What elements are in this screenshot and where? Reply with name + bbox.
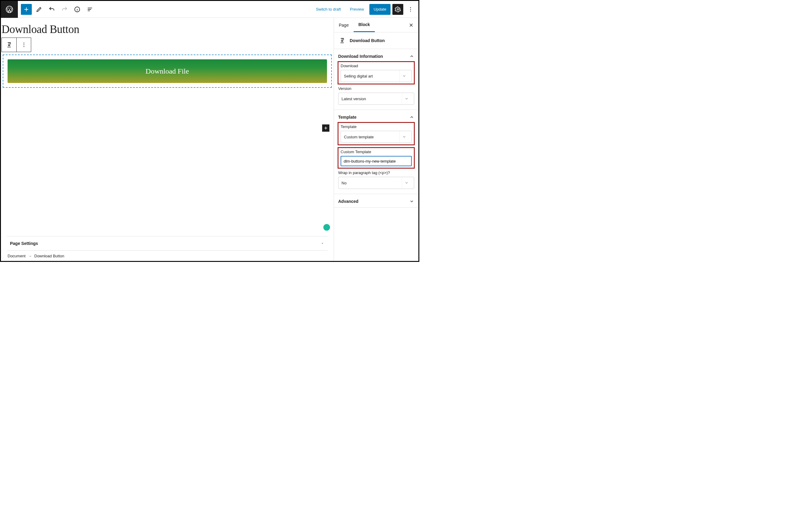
block-toolbar xyxy=(2,38,31,52)
block-header: Download Button xyxy=(334,32,418,49)
custom-template-label: Custom Template xyxy=(341,150,412,154)
block-title: Download Button xyxy=(350,38,385,43)
chevron-down-icon xyxy=(399,70,409,82)
svg-point-7 xyxy=(23,44,24,45)
switch-to-draft-button[interactable]: Switch to draft xyxy=(312,4,344,15)
template-label: Template xyxy=(341,124,412,129)
template-select[interactable]: Custom template xyxy=(341,131,412,143)
template-select-value: Custom template xyxy=(344,135,374,139)
download-field-highlight: Download Selling digital art xyxy=(338,62,414,84)
tab-block[interactable]: Block xyxy=(354,18,375,32)
download-select-value: Selling digital art xyxy=(344,74,373,78)
editor-canvas: Download Button Download File Page Setti… xyxy=(1,18,334,261)
page-title[interactable]: Download Button xyxy=(1,18,334,37)
selected-block-frame[interactable]: Download File xyxy=(3,54,332,88)
download-file-button[interactable]: Download File xyxy=(8,59,327,83)
chevron-up-icon xyxy=(409,115,414,120)
svg-point-4 xyxy=(410,9,411,10)
topbar-right: Switch to draft Preview Update xyxy=(312,1,416,17)
undo-icon[interactable] xyxy=(46,4,57,15)
tab-page[interactable]: Page xyxy=(334,18,354,32)
add-block-icon[interactable] xyxy=(21,4,32,15)
edit-icon[interactable] xyxy=(34,4,44,15)
version-select-value: Latest version xyxy=(342,96,366,101)
custom-template-input[interactable] xyxy=(341,156,412,166)
panel-template-toggle[interactable]: Template xyxy=(338,114,414,123)
template-field-highlight: Template Custom template xyxy=(338,123,414,145)
panel-advanced-title: Advanced xyxy=(338,199,358,204)
editor-layout: Download Button Download File Page Setti… xyxy=(1,18,418,261)
version-label: Version xyxy=(338,86,414,91)
breadcrumb-current: Download Button xyxy=(34,254,64,258)
svg-point-5 xyxy=(410,11,411,11)
custom-template-field-highlight: Custom Template xyxy=(338,148,414,168)
redo-icon xyxy=(59,4,70,15)
info-icon[interactable] xyxy=(72,4,83,15)
wrap-label: Wrap in paragraph tag (<p>)? xyxy=(338,170,414,175)
download-select[interactable]: Selling digital art xyxy=(341,70,412,82)
chevron-down-icon xyxy=(399,131,409,142)
panel-download-info-title: Download Information xyxy=(338,54,383,59)
panel-advanced-toggle[interactable]: Advanced xyxy=(338,198,414,204)
page-settings-panel[interactable]: Page Settings xyxy=(7,236,328,251)
wordpress-logo[interactable] xyxy=(1,1,18,18)
topbar-left xyxy=(1,1,95,17)
wrap-select[interactable]: No xyxy=(338,177,414,189)
preview-button[interactable]: Preview xyxy=(346,4,368,15)
page-settings-label: Page Settings xyxy=(10,241,38,246)
download-label: Download xyxy=(341,64,412,68)
editor-body: Download Button Download File xyxy=(1,18,334,236)
chevron-down-icon xyxy=(320,241,325,246)
more-options-icon[interactable] xyxy=(405,4,416,15)
chevron-up-icon xyxy=(409,54,414,59)
wrap-select-value: No xyxy=(342,181,347,185)
svg-point-8 xyxy=(23,46,24,47)
sidebar-tabs: Page Block xyxy=(334,18,418,32)
update-button[interactable]: Update xyxy=(369,4,391,15)
chevron-down-icon xyxy=(409,199,414,204)
download-block-icon[interactable] xyxy=(2,38,16,52)
breadcrumb-root[interactable]: Document xyxy=(8,254,26,258)
svg-point-3 xyxy=(410,7,411,8)
panel-advanced: Advanced xyxy=(334,194,418,208)
chevron-down-icon xyxy=(402,93,411,104)
panel-download-information: Download Information Download Selling di… xyxy=(334,49,418,110)
list-view-icon[interactable] xyxy=(84,4,95,15)
svg-point-6 xyxy=(23,43,24,44)
close-sidebar-icon[interactable] xyxy=(404,23,418,28)
version-select[interactable]: Latest version xyxy=(338,93,414,105)
download-block-icon xyxy=(339,37,345,44)
svg-point-2 xyxy=(397,8,399,10)
editor-topbar: Switch to draft Preview Update xyxy=(1,1,418,18)
panel-download-info-toggle[interactable]: Download Information xyxy=(338,53,414,62)
append-block-icon[interactable] xyxy=(322,124,329,132)
settings-gear-icon[interactable] xyxy=(392,4,403,15)
panel-template-title: Template xyxy=(338,115,356,120)
panel-template: Template Template Custom template Custom… xyxy=(334,110,418,194)
breadcrumb: Document → Download Button xyxy=(1,251,334,261)
block-more-options-icon[interactable] xyxy=(16,38,31,52)
inspector-sidebar: Page Block Download Button Download Info… xyxy=(334,18,418,261)
floating-badge-icon xyxy=(323,224,330,231)
breadcrumb-arrow-icon: → xyxy=(28,254,32,258)
chevron-down-icon xyxy=(402,177,411,188)
